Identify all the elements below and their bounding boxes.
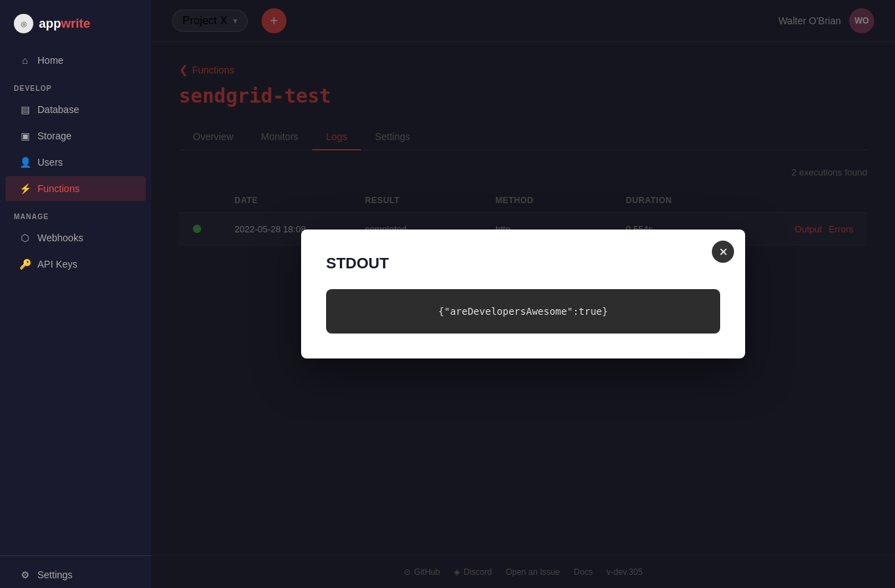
settings-icon: ⚙ xyxy=(19,569,31,580)
modal-overlay[interactable]: STDOUT ✕ {"areDevelopersAwesome":true} xyxy=(151,0,895,588)
webhooks-icon: ⬡ xyxy=(19,232,31,243)
develop-section-label: Develop xyxy=(0,74,151,96)
app-logo: ◎ appwrite xyxy=(0,0,151,47)
sidebar-item-database[interactable]: ▤ Database xyxy=(6,97,146,122)
sidebar-item-label: Storage xyxy=(37,130,71,141)
main-content: Project X ▾ + Walter O'Brian WO ❮ Functi… xyxy=(151,0,895,588)
sidebar: ◎ appwrite ⌂ Home Develop ▤ Database ▣ S… xyxy=(0,0,151,588)
modal-close-button[interactable]: ✕ xyxy=(712,241,734,263)
sidebar-item-home[interactable]: ⌂ Home xyxy=(6,48,146,73)
sidebar-item-functions[interactable]: ⚡ Functions xyxy=(6,176,146,201)
sidebar-item-label: Settings xyxy=(37,569,73,580)
modal-code-block: {"areDevelopersAwesome":true} xyxy=(326,289,720,334)
storage-icon: ▣ xyxy=(19,130,31,141)
manage-section-label: Manage xyxy=(0,202,151,225)
modal-title: STDOUT xyxy=(326,254,720,273)
sidebar-item-storage[interactable]: ▣ Storage xyxy=(6,123,146,148)
sidebar-item-label: API Keys xyxy=(37,259,78,270)
stdout-modal: STDOUT ✕ {"areDevelopersAwesome":true} xyxy=(301,230,745,358)
logo-text: appwrite xyxy=(39,17,90,31)
api-keys-icon: 🔑 xyxy=(19,259,31,270)
sidebar-bottom: ⚙ Settings xyxy=(0,555,151,588)
home-icon: ⌂ xyxy=(19,55,31,66)
sidebar-item-label: Home xyxy=(37,55,63,66)
sidebar-item-settings[interactable]: ⚙ Settings xyxy=(6,562,146,587)
stdout-code: {"areDevelopersAwesome":true} xyxy=(438,306,608,317)
functions-icon: ⚡ xyxy=(19,183,31,194)
database-icon: ▤ xyxy=(19,104,31,115)
sidebar-item-label: Functions xyxy=(37,183,80,194)
sidebar-item-label: Webhooks xyxy=(37,232,83,243)
sidebar-item-label: Database xyxy=(37,104,79,115)
sidebar-item-users[interactable]: 👤 Users xyxy=(6,150,146,175)
users-icon: 👤 xyxy=(19,157,31,168)
sidebar-item-webhooks[interactable]: ⬡ Webhooks xyxy=(6,225,146,250)
logo-icon: ◎ xyxy=(14,14,33,33)
sidebar-item-label: Users xyxy=(37,157,63,168)
sidebar-item-api-keys[interactable]: 🔑 API Keys xyxy=(6,252,146,277)
